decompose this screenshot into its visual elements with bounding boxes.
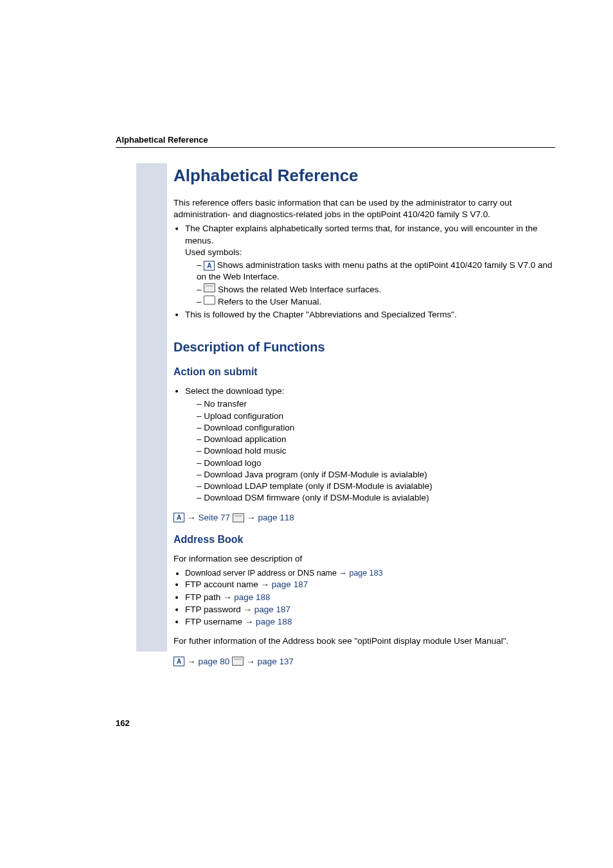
- heading-description: Description of Functions: [173, 340, 555, 355]
- action-bullet-list: Select the download type: No transfer Up…: [185, 385, 555, 504]
- page-container: Alphabetical Reference Alphabetical Refe…: [0, 0, 613, 666]
- ref-seite-77[interactable]: Seite 77: [199, 513, 231, 522]
- manual-icon: [204, 296, 215, 305]
- address-list: Download server IP address or DNS name →…: [185, 568, 555, 628]
- address-item-ftp-password: FTP password → page 187: [185, 604, 555, 616]
- intro-text: This reference offers basic information …: [173, 197, 555, 220]
- web-icon: [232, 657, 244, 666]
- symbol-text-3: Refers to the User Manual.: [215, 297, 321, 306]
- download-logo: Download logo: [197, 457, 555, 469]
- ref-page-80[interactable]: page 80: [199, 657, 230, 666]
- sidebar-stripe: [136, 163, 167, 651]
- ref-page-118[interactable]: page 118: [258, 513, 294, 522]
- link-page-187b[interactable]: page 187: [254, 605, 290, 614]
- admin-icon: A: [173, 513, 184, 522]
- symbol-text-2: Shows the related Web Interface surfaces…: [215, 285, 381, 294]
- download-dsm: Download DSM firmware (only if DSM-Modul…: [197, 492, 555, 504]
- download-upload-config: Upload configuration: [197, 411, 555, 422]
- symbol-item-manual: Refers to the User Manual.: [197, 296, 555, 308]
- link-page-188b[interactable]: page 188: [256, 617, 292, 626]
- address-item-ftp-path: FTP path → page 188: [185, 592, 555, 603]
- arrow-icon: →: [339, 569, 347, 578]
- title-h1: Alphabetical Reference: [173, 166, 555, 186]
- link-page-183[interactable]: page 183: [349, 569, 382, 578]
- arrow-icon: →: [223, 592, 232, 602]
- symbol-item-web: Shows the related Web Interface surfaces…: [197, 283, 555, 296]
- arrow-icon: →: [244, 605, 253, 614]
- download-java: Download Java program (only if DSM-Modul…: [197, 469, 555, 481]
- address-ref-line: A → page 80 → page 137: [173, 657, 555, 666]
- web-icon: [233, 513, 244, 522]
- action-bullet: Select the download type: No transfer Up…: [185, 385, 555, 504]
- ref-page-137[interactable]: page 137: [258, 657, 294, 666]
- content-column: Alphabetical Reference This reference of…: [173, 166, 555, 666]
- web-icon: [204, 283, 215, 292]
- download-ldap: Download LDAP template (only if DSM-Modu…: [197, 481, 555, 492]
- address-item-ftp-account: FTP account name → page 187: [185, 579, 555, 590]
- action-bullet-text: Select the download type:: [185, 386, 285, 396]
- address-intro: For information see description of: [173, 553, 555, 565]
- address-text-3: FTP path: [185, 592, 220, 602]
- address-text-1: Download server IP address or DNS name: [185, 569, 337, 578]
- download-no-transfer: No transfer: [197, 398, 555, 410]
- arrow-icon: →: [246, 657, 255, 666]
- address-item-download-server: Download server IP address or DNS name →…: [185, 568, 555, 579]
- heading-address-book: Address Book: [173, 534, 555, 545]
- link-page-188a[interactable]: page 188: [234, 592, 270, 602]
- download-application: Download application: [197, 434, 555, 445]
- arrow-icon: →: [261, 580, 270, 589]
- download-download-config: Download configuration: [197, 422, 555, 434]
- download-hold-music: Download hold music: [197, 445, 555, 457]
- action-ref-line: A → Seite 77 → page 118: [173, 513, 555, 522]
- address-text-4: FTP password: [185, 605, 241, 614]
- intro-bullet-2: This is followed by the Chapter "Abbrevi…: [185, 309, 555, 321]
- intro-bullet-1-line1: The Chapter explains alphabetically sort…: [185, 224, 538, 245]
- arrow-icon: →: [187, 657, 196, 666]
- arrow-icon: →: [187, 513, 196, 522]
- page-number: 162: [116, 718, 130, 728]
- arrow-icon: →: [245, 617, 254, 626]
- address-text-2: FTP account name: [185, 580, 258, 589]
- admin-icon: A: [204, 261, 215, 270]
- symbol-item-admin: A Shows administration tasks with menu p…: [197, 260, 555, 283]
- heading-action-on-submit: Action on submit: [173, 366, 555, 378]
- intro-bullet-1-line2: Used symbols:: [185, 247, 242, 257]
- address-text-5: FTP username: [185, 617, 242, 626]
- symbol-text-1: Shows administration tasks with menu pat…: [197, 260, 553, 281]
- admin-icon: A: [173, 657, 184, 666]
- address-item-ftp-username: FTP username → page 188: [185, 616, 555, 628]
- symbol-list: A Shows administration tasks with menu p…: [197, 260, 555, 308]
- address-outro: For futher information of the Address bo…: [173, 635, 555, 647]
- intro-bullet-list: The Chapter explains alphabetically sort…: [185, 223, 555, 321]
- arrow-icon: →: [247, 513, 256, 522]
- link-page-187a[interactable]: page 187: [272, 580, 308, 589]
- running-header: Alphabetical Reference: [116, 135, 555, 148]
- intro-bullet-1: The Chapter explains alphabetically sort…: [185, 223, 555, 308]
- download-type-list: No transfer Upload configuration Downloa…: [197, 398, 555, 504]
